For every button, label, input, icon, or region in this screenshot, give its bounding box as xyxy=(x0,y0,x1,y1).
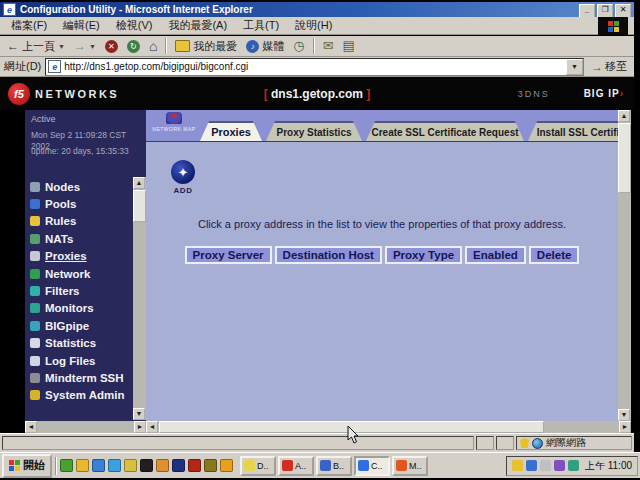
close-button[interactable]: ✕ xyxy=(615,4,631,18)
sidebar-hscroll-right-icon[interactable]: ► xyxy=(134,421,146,433)
tray-icon[interactable] xyxy=(568,460,579,471)
tray-icon[interactable] xyxy=(554,460,565,471)
menu-file[interactable]: 檔案(F) xyxy=(4,17,54,34)
tray-icon[interactable] xyxy=(526,460,537,471)
taskbar: 開始 D.. A.. B.. C.. M.. xyxy=(0,452,640,478)
menu-help[interactable]: 說明(H) xyxy=(288,17,339,34)
media-button[interactable]: ♪ 媒體 xyxy=(243,38,287,55)
sidebar-item-system-admin[interactable]: System Admin xyxy=(30,387,134,404)
quick-launch-icon[interactable] xyxy=(204,459,217,472)
tab-proxy-statistics[interactable]: Proxy Statistics xyxy=(266,121,362,141)
network-map-icon xyxy=(166,112,182,124)
sidebar-vscroll-up-icon[interactable]: ▲ xyxy=(133,177,145,189)
quick-launch-icon[interactable] xyxy=(60,459,73,472)
task-label: D.. xyxy=(257,461,269,471)
ie-throbber xyxy=(598,17,628,35)
back-button[interactable]: ← 上一頁 ▼ xyxy=(4,38,68,55)
page-vscroll-down-icon[interactable]: ▼ xyxy=(618,409,630,421)
sidebar-item-monitors[interactable]: Monitors xyxy=(30,300,134,317)
quick-launch-icon[interactable] xyxy=(108,459,121,472)
favorites-button[interactable]: 我的最愛 xyxy=(172,38,240,55)
sidebar-item-filters[interactable]: Filters xyxy=(30,282,134,299)
sidebar-item-statistics[interactable]: Statistics xyxy=(30,335,134,352)
quick-launch-icon[interactable] xyxy=(156,459,169,472)
sidebar-item-nats[interactable]: NATs xyxy=(30,230,134,247)
quick-launch-icon[interactable] xyxy=(76,459,89,472)
sidebar-item-rules[interactable]: Rules xyxy=(30,213,134,230)
proxy-table-header-row: Proxy Server Destination Host Proxy Type… xyxy=(146,246,618,264)
quick-launch-icon[interactable] xyxy=(92,459,105,472)
history-icon: ◷ xyxy=(293,40,304,52)
mail-button[interactable]: ✉ xyxy=(320,39,337,53)
minimize-button[interactable]: _ xyxy=(579,4,595,18)
menu-tools[interactable]: 工具(T) xyxy=(236,17,286,34)
stop-button[interactable]: ✕ xyxy=(102,39,121,54)
maximize-button[interactable]: ❐ xyxy=(597,4,613,18)
quick-launch-icon[interactable] xyxy=(140,459,153,472)
menu-edit[interactable]: 編輯(E) xyxy=(56,17,107,34)
tab-install-ssl-certificate[interactable]: Install SSL Certifi xyxy=(528,121,628,141)
refresh-button[interactable]: ↻ xyxy=(124,39,143,54)
sidebar-item-mindterm-ssh[interactable]: Mindterm SSH xyxy=(30,369,134,386)
address-dropdown-icon[interactable]: ▼ xyxy=(566,59,583,75)
task-button-3[interactable]: B.. xyxy=(316,456,352,476)
add-plus-icon: ✦ xyxy=(178,165,189,180)
task-button-1[interactable]: D.. xyxy=(240,456,276,476)
page-hscroll-left-icon[interactable]: ◄ xyxy=(146,421,158,433)
back-dropdown-icon[interactable]: ▼ xyxy=(58,43,65,50)
forward-dropdown-icon[interactable]: ▼ xyxy=(89,43,96,50)
task-button-2[interactable]: A.. xyxy=(278,456,314,476)
sidebar-item-network[interactable]: Network xyxy=(30,265,134,282)
go-button[interactable]: → 移至 xyxy=(588,59,630,74)
link-bigip[interactable]: BIG IP› xyxy=(584,88,624,99)
menu-view[interactable]: 檢視(V) xyxy=(109,17,160,34)
letterbox-strip xyxy=(0,110,25,433)
tab-create-ssl-certificate-request[interactable]: Create SSL Certificate Request xyxy=(366,121,524,141)
sidebar-vscroll-down-icon[interactable]: ▼ xyxy=(133,408,145,420)
page-hscroll-right-icon[interactable]: ► xyxy=(619,421,631,433)
sidebar-item-proxies[interactable]: Proxies xyxy=(30,248,134,265)
sidebar-item-nodes[interactable]: Nodes xyxy=(30,178,134,195)
task-button-5[interactable]: M.. xyxy=(392,456,428,476)
quick-launch-icon[interactable] xyxy=(220,459,233,472)
system-admin-icon xyxy=(30,390,40,400)
desktop-screen: e Configuration Utility - Microsoft Inte… xyxy=(0,0,640,480)
tab-proxies[interactable]: Proxies xyxy=(200,121,262,141)
page-vscroll-thumb[interactable] xyxy=(618,123,631,193)
sidebar-hscroll-left-icon[interactable]: ◄ xyxy=(25,421,37,433)
sidebar-nav: Nodes Pools Rules NATs Proxies Network F… xyxy=(30,178,134,404)
task-label: C.. xyxy=(371,461,383,471)
col-enabled: Enabled xyxy=(465,246,526,264)
sidebar-item-pools[interactable]: Pools xyxy=(30,195,134,212)
task-button-4-active[interactable]: C.. xyxy=(354,456,390,476)
network-map-button[interactable]: NETWORK MAP xyxy=(152,112,196,132)
quick-launch-icon[interactable] xyxy=(124,459,137,472)
toolbar-separator xyxy=(165,38,167,54)
refresh-icon: ↻ xyxy=(127,40,140,53)
forward-button[interactable]: → ▼ xyxy=(71,39,99,53)
network-icon xyxy=(30,269,40,279)
address-input[interactable] xyxy=(62,61,566,72)
task-icon xyxy=(244,460,255,471)
print-button[interactable]: ▤ xyxy=(340,39,358,53)
start-button[interactable]: 開始 xyxy=(2,454,52,478)
link-3dns[interactable]: 3DNS xyxy=(518,89,550,99)
quick-launch-icon[interactable] xyxy=(172,459,185,472)
go-label: 移至 xyxy=(605,59,627,74)
quick-launch-icon[interactable] xyxy=(188,459,201,472)
toolbar-separator xyxy=(313,38,315,54)
filters-icon xyxy=(30,286,40,296)
add-proxy-button[interactable]: ✦ ADD xyxy=(168,160,198,195)
sidebar-item-log-files[interactable]: Log Files xyxy=(30,352,134,369)
tray-icon[interactable] xyxy=(512,460,523,471)
sidebar-hscroll[interactable] xyxy=(25,421,146,433)
ie-window-icon: e xyxy=(3,3,16,16)
tray-icon[interactable] xyxy=(540,460,551,471)
history-button[interactable]: ◷ xyxy=(290,39,307,53)
sidebar-item-bigpipe[interactable]: BIGpipe xyxy=(30,317,134,334)
sidebar-vscroll-thumb[interactable] xyxy=(133,190,146,222)
menu-favorites[interactable]: 我的最愛(A) xyxy=(161,17,234,34)
home-button[interactable]: ⌂ xyxy=(146,39,160,53)
page-vscroll-up-icon[interactable]: ▲ xyxy=(618,110,630,122)
mail-icon: ✉ xyxy=(323,40,334,52)
